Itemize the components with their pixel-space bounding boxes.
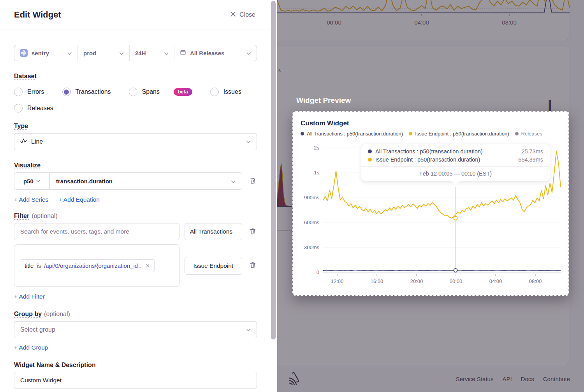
filter-optional: (optional) [32,213,58,219]
widget-preview-card[interactable]: Custom Widget All Transactions : p50(tra… [292,111,569,296]
tooltip-series-value: 654.39ms [518,156,543,163]
visualize-control: p50 transaction.duration [14,172,242,190]
radio-issues[interactable]: Issues [210,88,241,96]
chip-remove-icon[interactable]: ✕ [145,263,150,269]
radio-label: Issues [223,88,241,95]
radio-circle [129,88,137,96]
close-button[interactable]: Close [230,11,255,19]
delete-filter-button[interactable] [248,261,257,271]
filter-alias-all-transactions[interactable]: All Transactions [185,223,242,240]
chip-key: title [25,262,33,269]
group-links: + Add Group [14,344,257,351]
dataset-options-row1: Errors Transactions Spans beta Issues [14,88,257,96]
tooltip-series-label: Issue Endpoint : p50(transaction.duratio… [375,156,480,163]
tooltip-series-dot [368,149,372,153]
chevron-down-icon [246,138,251,145]
python-project-icon [20,49,28,57]
svg-text:300ms: 300ms [304,244,320,250]
chevron-down-icon [231,178,236,185]
tooltip-series-dot [368,158,372,162]
radio-circle [62,88,71,96]
svg-text:0: 0 [317,269,319,275]
modal-scrollbar [269,0,277,392]
widget-name-input[interactable] [14,372,257,389]
radio-releases[interactable]: Releases [14,104,53,113]
tooltip-series-value: 25.73ms [521,148,543,155]
filter-alias-issue-endpoint[interactable]: Issue Endpoint [185,257,242,275]
project-value: sentry [32,50,49,56]
radio-circle [14,104,23,113]
widget-preview-heading: Widget Preview [296,96,351,105]
dashboard-pane: 00:00 04:00 08:00 s [277,0,584,392]
edit-widget-modal: Edit Widget Close sentry [0,0,269,392]
field-value: transaction.duration [56,178,113,185]
modal-header: Edit Widget Close [0,0,269,30]
group-by-select[interactable]: Select group [14,321,257,338]
period-value: 24H [135,50,146,56]
radio-label: Errors [27,88,44,95]
add-filter-link[interactable]: + Add Filter [14,293,45,300]
delete-series-button[interactable] [248,176,257,186]
chevron-down-icon [246,50,251,56]
group-by-section: Group by(optional) Select group + Add Gr… [14,311,257,351]
svg-text:00:00: 00:00 [450,278,463,284]
visualize-row: p50 transaction.duration [14,172,257,190]
chip-operator: is [37,262,41,269]
group-by-label: Group by [14,311,42,317]
filter-query-box[interactable]: title is /api/0/organizations/{organizat… [14,244,179,287]
chart-type-select[interactable]: Line [14,133,257,150]
chevron-down-icon [67,50,72,56]
aggregate-select[interactable]: p50 [14,173,50,189]
scrollbar-thumb[interactable] [271,1,276,339]
widget-preview-chart[interactable]: 0300ms600ms900ms1s2s12:0016:0020:0000:00… [293,112,570,295]
page-filter-bar: sentry prod 24H [14,45,257,61]
line-chart-icon [20,138,27,145]
filter-chip-title[interactable]: title is /api/0/organizations/{organizat… [20,259,155,272]
alias-text: All Transactions [190,228,232,235]
releases-value: All Releases [190,50,224,56]
environment-selector[interactable]: prod [77,45,129,61]
project-selector[interactable]: sentry [14,45,77,61]
visualize-section: Visualize p50 transaction.duration [14,162,257,203]
svg-text:20:00: 20:00 [410,278,423,284]
chevron-down-icon [119,50,124,56]
chip-value: /api/0/organizations/{organization_id… [44,262,141,269]
close-icon [230,11,236,19]
tooltip-series-label: All Transactions : p50(transaction.durat… [375,148,483,155]
time-period-selector[interactable]: 24H [129,45,174,61]
modal-title: Edit Widget [14,10,61,20]
tooltip-row: Issue Endpoint : p50(transaction.duratio… [368,156,543,163]
widget-name-label: Widget Name & Description [14,362,96,368]
close-label: Close [239,11,255,18]
type-section: Type Line [14,123,257,150]
radio-transactions[interactable]: Transactions [62,88,111,96]
svg-text:900ms: 900ms [304,195,320,200]
field-select[interactable]: transaction.duration [50,173,242,189]
radio-label: Releases [27,105,53,112]
radio-errors[interactable]: Errors [14,88,44,96]
add-group-link[interactable]: + Add Group [14,344,48,351]
alias-text: Issue Endpoint [193,262,234,269]
widget-name-section: Widget Name & Description [14,362,257,389]
release-icon [180,49,186,57]
delete-filter-button[interactable] [248,227,257,237]
radio-circle [210,88,219,96]
svg-text:1s: 1s [314,170,319,176]
dataset-label: Dataset [14,73,37,79]
add-series-link[interactable]: + Add Series [14,196,48,203]
chart-tooltip: All Transactions : p50(transaction.durat… [361,144,550,181]
visualize-links: + Add Series + Add Equation [14,196,257,203]
svg-text:04:00: 04:00 [489,278,502,284]
radio-label: Transactions [76,88,111,95]
filter-section: Filter(optional) All Transactions title … [14,213,257,300]
releases-selector[interactable]: All Releases [174,45,257,61]
widget-preview-card-inner: Custom Widget All Transactions : p50(tra… [293,112,568,295]
filter-links: + Add Filter [14,293,257,300]
add-equation-link[interactable]: + Add Equation [58,196,100,203]
filter-label: Filter [14,213,29,219]
radio-spans[interactable]: Spans [129,88,160,96]
filter-row-1: All Transactions [14,223,257,240]
dataset-options-row2: Releases [14,104,257,113]
filter-search-input[interactable] [14,223,179,240]
group-by-placeholder: Select group [20,326,55,333]
